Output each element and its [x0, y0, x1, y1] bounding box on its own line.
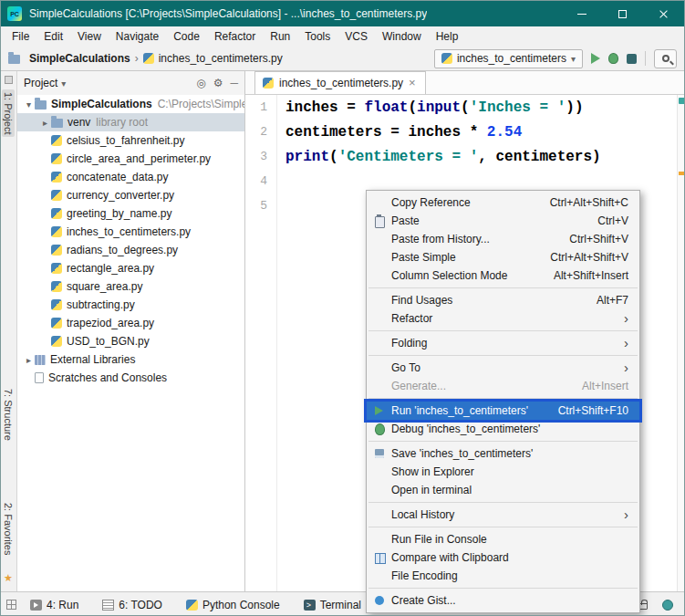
debug-icon [373, 423, 386, 435]
menu-navigate[interactable]: Navigate [109, 26, 166, 47]
code-text[interactable]: print('Centimeters = ', centimeters) [276, 149, 601, 165]
menu-file[interactable]: File [5, 26, 36, 47]
context-generate[interactable]: Generate...Alt+Insert [367, 377, 639, 395]
line-number: 5 [245, 199, 276, 213]
breadcrumb-file[interactable]: inches_to_centimeters.py [159, 52, 283, 65]
context-local-history[interactable]: Local History› [367, 506, 639, 524]
tree-item-greeting-by-name-py[interactable]: greeting_by_name.py [17, 204, 244, 223]
run-configuration-select[interactable]: inches_to_centimeters [434, 49, 583, 68]
menu-tools[interactable]: Tools [297, 26, 337, 47]
editor-tab-bar: inches_to_centimeters.py [245, 71, 685, 95]
context-column-selection-mode[interactable]: Column Selection ModeAlt+Shift+Insert [367, 266, 639, 285]
toolwindow-button-structure[interactable]: 7: Structure [3, 389, 14, 441]
menu-item-label: Compare with Clipboard [391, 551, 509, 564]
settings-gear-icon[interactable]: ⚙ [213, 77, 223, 89]
context-go-to[interactable]: Go To› [367, 359, 639, 377]
stop-button[interactable] [627, 54, 637, 64]
bottom-buttons: 4: Run6: TODOPython ConsoleTerminal [30, 599, 361, 611]
context-save-inches-to-centimeters[interactable]: Save 'inches_to_centimeters' [367, 444, 639, 463]
menu-vcs[interactable]: VCS [337, 26, 375, 47]
tree-arrow-icon[interactable]: ▸ [23, 355, 35, 365]
tree-item-rectangle-area-py[interactable]: rectangle_area.py [17, 259, 244, 277]
maximize-button[interactable] [602, 1, 643, 26]
debug-button[interactable] [608, 53, 618, 64]
menu-view[interactable]: View [70, 26, 109, 47]
tree-item-celsius-to-fahrenheit-py[interactable]: celsius_to_fahrenheit.py [17, 131, 244, 150]
minimize-button[interactable] [561, 1, 602, 26]
tree-item-square-area-py[interactable]: square_area.py [17, 277, 244, 296]
menu-run[interactable]: Run [263, 26, 297, 47]
toolwindow-4-run[interactable]: 4: Run [30, 599, 78, 611]
menu-help[interactable]: Help [429, 26, 466, 47]
tree-arrow-icon[interactable]: ▾ [23, 99, 35, 110]
context-create-gist[interactable]: Create Gist... [367, 591, 639, 610]
tree-arrow-icon[interactable]: ▸ [39, 118, 51, 128]
menu-refactor[interactable]: Refactor [207, 26, 263, 47]
tree-item-subtracting-py[interactable]: subtracting.py [17, 296, 244, 314]
context-paste-simple[interactable]: Paste SimpleCtrl+Alt+Shift+V [367, 248, 639, 266]
tree-item-usd-to-bgn-py[interactable]: USD_to_BGN.py [17, 332, 244, 350]
run-button[interactable] [591, 53, 600, 64]
context-find-usages[interactable]: Find UsagesAlt+F7 [367, 291, 639, 309]
context-copy-reference[interactable]: Copy ReferenceCtrl+Alt+Shift+C [367, 193, 639, 212]
inspections-indicator-icon[interactable] [662, 600, 673, 611]
tool-window-icon[interactable] [5, 76, 13, 84]
icon-spacer [373, 361, 386, 374]
tree-label: USD_to_BGN.py [67, 335, 150, 348]
py-icon [51, 190, 62, 201]
locate-icon[interactable]: ◎ [196, 77, 205, 89]
tree-label: trapeziod_area.py [67, 317, 154, 329]
hide-panel-icon[interactable]: ─ [230, 77, 238, 89]
menu-bar: FileEditViewNavigateCodeRefactorRunTools… [1, 26, 684, 47]
code-text[interactable]: centimeters = inches * 2.54 [276, 124, 522, 141]
stripe-warning-mark[interactable] [679, 172, 685, 175]
toolwindow-python-console[interactable]: Python Console [186, 599, 280, 611]
tree-item-inches-to-centimeters-py[interactable]: inches_to_centimeters.py [17, 223, 244, 241]
search-everywhere-button[interactable] [654, 49, 677, 68]
tree-item-circle-area-and-perimeter-py[interactable]: circle_area_and_perimeter.py [17, 150, 244, 168]
pycharm-window: PC SimpleCalculations [C:\Projects\Simpl… [0, 0, 685, 616]
context-run-inches-to-centimeters[interactable]: Run 'inches_to_centimeters'Ctrl+Shift+F1… [367, 402, 639, 420]
toolwindow-6-todo[interactable]: 6: TODO [102, 599, 162, 611]
python-config-icon [441, 53, 452, 64]
toolwindow-switcher-icon[interactable] [6, 600, 16, 610]
context-paste-from-history[interactable]: Paste from History...Ctrl+Shift+V [367, 230, 639, 248]
editor-scrollbar[interactable] [677, 95, 685, 591]
chevron-down-icon[interactable] [61, 77, 66, 89]
tree-item-scratches-and-consoles[interactable]: Scratches and Consoles [17, 369, 244, 387]
close-button[interactable] [643, 1, 684, 26]
context-show-in-explorer[interactable]: Show in Explorer [367, 463, 639, 481]
tree-item-trapeziod-area-py[interactable]: trapeziod_area.py [17, 314, 244, 332]
context-compare-with-clipboard[interactable]: Compare with Clipboard [367, 548, 639, 567]
context-file-encoding[interactable]: File Encoding [367, 567, 639, 585]
menu-window[interactable]: Window [375, 26, 429, 47]
breadcrumb-project[interactable]: SimpleCalculations [29, 52, 130, 65]
toolwindow-terminal[interactable]: Terminal [304, 599, 361, 611]
context-run-file-in-console[interactable]: Run File in Console [367, 530, 639, 548]
tab-inches-to-centimeters[interactable]: inches_to_centimeters.py [254, 71, 426, 94]
tab-close-icon[interactable] [409, 78, 418, 89]
toolwindow-label: 4: Run [47, 599, 78, 611]
tree-item-currency-converter-py[interactable]: currency_converter.py [17, 186, 244, 204]
tree-item-radians-to-degrees-py[interactable]: radians_to_degrees.py [17, 241, 244, 259]
tree-item-external-libraries[interactable]: ▸External Libraries [17, 350, 244, 369]
py-icon [51, 172, 62, 183]
tree-item-simplecalculations[interactable]: ▾SimpleCalculationsC:\Projects\SimpleC [17, 95, 244, 113]
icon-spacer [373, 569, 386, 582]
context-folding[interactable]: Folding› [367, 334, 639, 352]
context-paste[interactable]: PasteCtrl+V [367, 212, 639, 230]
tree-item-concatenate-data-py[interactable]: concatenate_data.py [17, 168, 244, 186]
menu-code[interactable]: Code [166, 26, 207, 47]
toolwindow-button-favorites[interactable]: 2: Favorites [3, 503, 14, 555]
favorites-star-icon[interactable] [4, 572, 13, 584]
context-debug-inches-to-centimeters[interactable]: Debug 'inches_to_centimeters' [367, 420, 639, 438]
readonly-lock-icon[interactable] [639, 603, 648, 610]
project-panel-title[interactable]: Project [24, 77, 57, 89]
context-refactor[interactable]: Refactor› [367, 309, 639, 328]
context-open-in-terminal[interactable]: Open in terminal [367, 481, 639, 499]
menu-edit[interactable]: Edit [36, 26, 70, 47]
inspection-status-icon[interactable] [679, 98, 685, 104]
code-text[interactable]: inches = float(input('Inches = ')) [276, 99, 584, 116]
tree-item-venv[interactable]: ▸venvlibrary root [17, 113, 244, 131]
toolwindow-button-project[interactable]: 1: Project [2, 89, 15, 137]
